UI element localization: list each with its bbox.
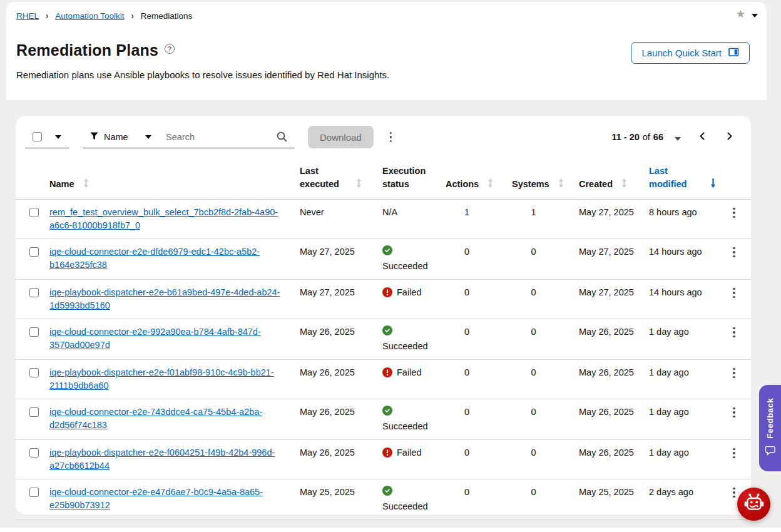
column-header-created[interactable]: Created [579, 148, 649, 199]
row-checkbox[interactable] [29, 488, 39, 497]
pagination: 11 - 20 of 66 [611, 130, 737, 145]
funnel-icon [90, 132, 98, 142]
column-header-last-executed[interactable]: Last executed [300, 148, 382, 199]
actions-count-cell: 0 [446, 238, 512, 279]
row-checkbox[interactable] [29, 448, 39, 458]
systems-count-cell: 0 [512, 399, 579, 439]
row-kebab-menu-icon[interactable] [728, 445, 740, 462]
column-header-last-modified[interactable]: Last modified [649, 148, 728, 199]
row-checkbox[interactable] [29, 407, 39, 417]
search-box [158, 126, 294, 148]
sort-icon[interactable] [83, 178, 89, 190]
feedback-button[interactable]: Feedback [759, 385, 781, 471]
search-input[interactable] [158, 126, 294, 148]
pagination-prev-button[interactable] [696, 130, 709, 145]
row-kebab-menu-icon[interactable] [728, 205, 740, 222]
systems-count-cell: 0 [512, 238, 579, 279]
last-modified-cell: 1 day ago [649, 439, 728, 479]
execution-status-cell: Failed [382, 359, 446, 399]
sort-icon[interactable] [487, 178, 494, 190]
filter-column-dropdown[interactable]: Name [83, 126, 158, 148]
plan-name-link[interactable]: iqe-cloud-connector-e2e-992a90ea-b784-4a… [49, 327, 261, 350]
plan-name-link[interactable]: iqe-cloud-connector-e2e-dfde6979-edc1-42… [49, 247, 260, 270]
status-label: Succeeded [382, 261, 428, 271]
last-modified-cell: 2 days ago [649, 479, 728, 519]
remediations-page: RHEL › Automation Toolkit › Remediations… [0, 0, 781, 532]
execution-status-cell: N/A [382, 199, 446, 238]
execution-status-cell: Succeeded [382, 399, 446, 439]
status-label: Failed [397, 366, 422, 379]
systems-count-cell: 0 [512, 479, 579, 519]
sort-desc-icon[interactable] [710, 178, 717, 190]
help-question-icon[interactable]: ? [165, 44, 175, 54]
failed-exclamation-icon [382, 448, 392, 458]
column-header-systems[interactable]: Systems [512, 148, 579, 199]
toolbar-kebab-menu-icon[interactable] [385, 129, 397, 146]
created-date-cell: May 26, 2025 [579, 399, 649, 439]
column-label: Created [579, 178, 613, 191]
status-label: Failed [397, 446, 422, 459]
failed-exclamation-icon [382, 287, 392, 297]
actions-count-cell: 0 [446, 479, 512, 519]
success-check-icon [382, 245, 439, 255]
status-label: Succeeded [382, 421, 428, 431]
download-button[interactable]: Download [308, 126, 374, 148]
actions-count-cell: 0 [446, 399, 512, 439]
breadcrumb-link-rhel[interactable]: RHEL [16, 11, 39, 21]
sort-icon[interactable] [558, 178, 564, 190]
pagination-next-button[interactable] [723, 130, 736, 145]
plan-name-link[interactable]: rem_fe_test_overview_bulk_select_7bcb2f8… [49, 207, 278, 230]
bulk-select-toggle[interactable] [25, 126, 69, 148]
systems-count-cell: 0 [512, 319, 579, 359]
row-checkbox[interactable] [29, 288, 39, 297]
breadcrumb-current-remediations: Remediations [141, 11, 193, 21]
created-date-cell: May 27, 2025 [579, 238, 649, 279]
header-menu-caret-icon[interactable] [752, 8, 758, 20]
page-title: Remediation Plans [16, 41, 158, 59]
favorite-star-icon[interactable]: ★ [736, 9, 745, 19]
row-kebab-menu-icon[interactable] [728, 244, 740, 261]
row-checkbox[interactable] [29, 327, 39, 337]
success-check-icon [382, 486, 439, 496]
table-row: iqe-playbook-dispatcher-e2e-f0604251-f49… [16, 439, 751, 479]
row-kebab-menu-icon[interactable] [728, 285, 740, 302]
execution-status-cell: Succeeded [382, 479, 446, 519]
table-toolbar: Name Download 11 - 20 of 66 [16, 116, 751, 148]
success-check-icon [382, 406, 439, 416]
actions-count-cell: 1 [446, 199, 512, 238]
actions-count-cell: 0 [446, 439, 512, 479]
row-kebab-menu-icon[interactable] [728, 365, 740, 382]
bulk-select-caret-icon [55, 135, 61, 139]
filter-selected-label: Name [104, 132, 128, 142]
remediation-plans-card: Name Download 11 - 20 of 66 [16, 116, 751, 514]
execution-status-cell: Succeeded [382, 238, 446, 279]
table-row: iqe-cloud-connector-e2e-992a90ea-b784-4a… [16, 319, 751, 359]
sort-icon[interactable] [621, 178, 628, 190]
virtual-assistant-button[interactable] [737, 488, 770, 521]
success-check-icon [382, 325, 439, 335]
comment-icon [765, 446, 775, 458]
execution-status-cell: Failed [382, 279, 446, 319]
row-kebab-menu-icon[interactable] [728, 324, 740, 341]
launch-quick-start-button[interactable]: Launch Quick Start [631, 42, 750, 64]
row-checkbox[interactable] [29, 247, 39, 257]
pagination-caret-icon[interactable] [675, 131, 681, 143]
breadcrumb-link-automation-toolkit[interactable]: Automation Toolkit [55, 11, 124, 21]
plan-name-link[interactable]: iqe-cloud-connector-e2e-e47d6ae7-b0c9-4a… [49, 487, 263, 510]
breadcrumb-separator-icon: › [131, 11, 133, 21]
pagination-of-label: of [643, 132, 650, 142]
bulk-select-checkbox[interactable] [33, 132, 42, 141]
column-label: Name [49, 178, 74, 191]
plan-name-link[interactable]: iqe-playbook-dispatcher-e2e-f01abf98-910… [49, 367, 274, 391]
row-checkbox[interactable] [29, 368, 39, 377]
plan-name-link[interactable]: iqe-cloud-connector-e2e-743ddce4-ca75-45… [49, 407, 262, 430]
row-checkbox[interactable] [29, 208, 39, 217]
plan-name-link[interactable]: iqe-playbook-dispatcher-e2e-f0604251-f49… [49, 448, 275, 471]
plan-name-link[interactable]: iqe-playbook-dispatcher-e2e-b61a9bed-497… [49, 287, 280, 310]
row-kebab-menu-icon[interactable] [728, 404, 740, 421]
column-header-actions[interactable]: Actions [446, 148, 512, 199]
sort-icon[interactable] [355, 178, 362, 190]
actions-count-cell: 0 [446, 359, 512, 399]
column-header-name[interactable]: Name [49, 148, 300, 199]
search-icon[interactable] [277, 131, 287, 145]
